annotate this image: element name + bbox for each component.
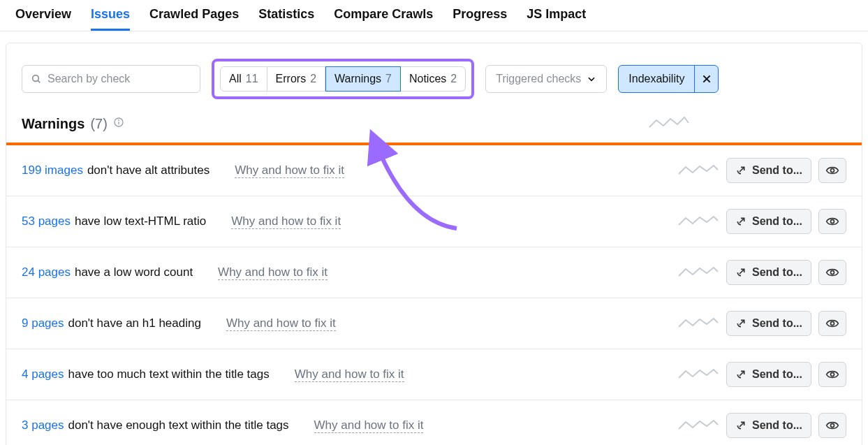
tab-progress[interactable]: Progress bbox=[453, 7, 507, 31]
share-arrow-icon bbox=[735, 420, 746, 431]
svg-line-7 bbox=[740, 167, 744, 172]
tab-statistics[interactable]: Statistics bbox=[258, 7, 314, 31]
severity-count: 2 bbox=[450, 73, 457, 85]
svg-point-12 bbox=[831, 271, 834, 275]
send-to-button[interactable]: Send to... bbox=[726, 362, 811, 387]
preview-button[interactable] bbox=[818, 158, 846, 183]
section-trend-spark bbox=[648, 115, 846, 133]
search-input[interactable] bbox=[47, 73, 191, 85]
why-how-fix-link[interactable]: Why and how to fix it bbox=[314, 418, 424, 433]
search-icon bbox=[31, 73, 42, 85]
svg-point-16 bbox=[831, 373, 834, 377]
row-actions: Send to... bbox=[677, 311, 846, 336]
severity-label: All bbox=[229, 73, 242, 85]
why-how-fix-link[interactable]: Why and how to fix it bbox=[235, 163, 344, 178]
section-heading: Warnings (7) bbox=[6, 115, 862, 143]
issue-description: have too much text within the title tags bbox=[68, 367, 270, 381]
severity-count: 2 bbox=[310, 73, 316, 85]
severity-errors[interactable]: Errors2 bbox=[267, 66, 325, 92]
send-to-label: Send to... bbox=[752, 266, 802, 279]
issue-text: 9 pages don't have an h1 heading bbox=[22, 316, 201, 330]
preview-button[interactable] bbox=[818, 209, 846, 234]
svg-point-6 bbox=[118, 120, 119, 121]
send-to-label: Send to... bbox=[752, 317, 802, 330]
trend-sparkline bbox=[677, 265, 719, 280]
section-title: Warnings bbox=[22, 116, 84, 132]
issue-count-link[interactable]: 199 images bbox=[22, 163, 83, 177]
row-actions: Send to... bbox=[677, 362, 846, 387]
section-count: (7) bbox=[90, 116, 107, 132]
filter-chip-remove[interactable] bbox=[694, 66, 718, 92]
tab-crawled-pages[interactable]: Crawled Pages bbox=[149, 7, 239, 31]
why-how-fix-link[interactable]: Why and how to fix it bbox=[231, 214, 341, 229]
severity-warnings[interactable]: Warnings7 bbox=[325, 66, 401, 92]
trend-sparkline bbox=[677, 316, 719, 331]
severity-count: 7 bbox=[385, 73, 392, 85]
svg-line-9 bbox=[740, 218, 744, 223]
close-icon bbox=[701, 73, 712, 85]
issue-description: have a low word count bbox=[75, 265, 193, 279]
issue-count-link[interactable]: 53 pages bbox=[22, 214, 71, 228]
share-arrow-icon bbox=[735, 369, 746, 380]
send-to-label: Send to... bbox=[752, 419, 802, 432]
search-input-wrapper[interactable] bbox=[22, 65, 200, 93]
send-to-button[interactable]: Send to... bbox=[726, 311, 811, 336]
send-to-button[interactable]: Send to... bbox=[726, 260, 811, 285]
filter-chip-label: Indexability bbox=[619, 73, 694, 85]
tab-compare-crawls[interactable]: Compare Crawls bbox=[334, 7, 433, 31]
send-to-button[interactable]: Send to... bbox=[726, 413, 811, 438]
eye-icon bbox=[825, 265, 839, 279]
why-how-fix-link[interactable]: Why and how to fix it bbox=[226, 316, 336, 331]
why-how-fix-link[interactable]: Why and how to fix it bbox=[295, 367, 404, 382]
tab-issues[interactable]: Issues bbox=[91, 7, 130, 31]
svg-point-8 bbox=[831, 169, 834, 173]
svg-point-10 bbox=[831, 220, 834, 224]
share-arrow-icon bbox=[735, 267, 746, 278]
svg-point-0 bbox=[33, 75, 39, 82]
issue-row: 24 pages have a low word countWhy and ho… bbox=[6, 247, 862, 298]
trend-sparkline bbox=[677, 418, 719, 433]
eye-icon bbox=[825, 214, 839, 228]
why-how-fix-link[interactable]: Why and how to fix it bbox=[218, 265, 328, 280]
trend-sparkline bbox=[677, 214, 719, 229]
send-to-label: Send to... bbox=[752, 164, 802, 177]
row-actions: Send to... bbox=[677, 260, 846, 285]
severity-label: Warnings bbox=[334, 73, 381, 85]
issue-row: 3 pages don't have enough text within th… bbox=[6, 400, 862, 445]
severity-count: 11 bbox=[246, 73, 258, 85]
tab-js-impact[interactable]: JS Impact bbox=[527, 7, 586, 31]
issue-text: 199 images don't have alt attributes bbox=[22, 163, 209, 177]
send-to-button[interactable]: Send to... bbox=[726, 158, 811, 183]
preview-button[interactable] bbox=[818, 260, 846, 285]
svg-line-11 bbox=[740, 269, 744, 274]
trend-sparkline bbox=[677, 367, 719, 382]
preview-button[interactable] bbox=[818, 413, 846, 438]
row-actions: Send to... bbox=[677, 209, 846, 234]
send-to-label: Send to... bbox=[752, 368, 802, 381]
issue-description: don't have enough text within the title … bbox=[68, 418, 289, 432]
issue-description: don't have an h1 heading bbox=[68, 316, 201, 330]
issue-count-link[interactable]: 9 pages bbox=[22, 316, 64, 330]
triggered-checks-dropdown[interactable]: Triggered checks bbox=[485, 65, 607, 93]
issue-description: have low text-HTML ratio bbox=[75, 214, 206, 228]
severity-notices[interactable]: Notices2 bbox=[401, 66, 466, 92]
preview-button[interactable] bbox=[818, 311, 846, 336]
severity-filter-highlight: All11Errors2Warnings7Notices2 bbox=[212, 59, 474, 99]
issue-count-link[interactable]: 4 pages bbox=[22, 367, 64, 381]
share-arrow-icon bbox=[735, 216, 746, 227]
svg-point-14 bbox=[831, 322, 834, 326]
preview-button[interactable] bbox=[818, 362, 846, 387]
severity-label: Errors bbox=[276, 73, 307, 85]
warnings-list: 199 images don't have alt attributesWhy … bbox=[6, 145, 862, 445]
issue-row: 53 pages have low text-HTML ratioWhy and… bbox=[6, 196, 862, 247]
tab-overview[interactable]: Overview bbox=[15, 7, 71, 31]
chevron-down-icon bbox=[587, 74, 596, 84]
eye-icon bbox=[825, 316, 839, 330]
severity-all[interactable]: All11 bbox=[220, 66, 267, 92]
send-to-button[interactable]: Send to... bbox=[726, 209, 811, 234]
eye-icon bbox=[825, 163, 839, 177]
issue-row: 4 pages have too much text within the ti… bbox=[6, 349, 862, 400]
issue-count-link[interactable]: 3 pages bbox=[22, 418, 64, 432]
info-icon[interactable] bbox=[113, 117, 124, 131]
issue-count-link[interactable]: 24 pages bbox=[22, 265, 71, 279]
